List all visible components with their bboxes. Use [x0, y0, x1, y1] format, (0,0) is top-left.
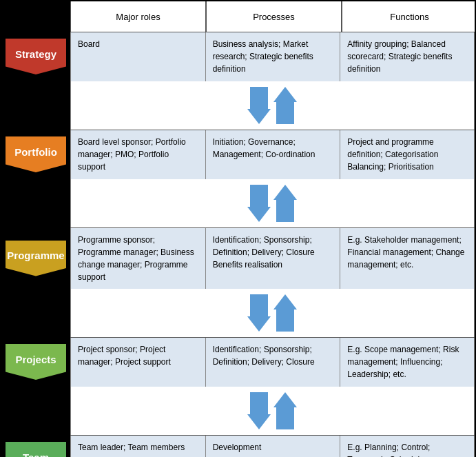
header-columns: Major roles Processes Functions	[70, 1, 476, 32]
connector-right	[70, 387, 475, 435]
connector-cell-1	[70, 289, 205, 337]
svg-marker-7	[273, 392, 297, 429]
level-strategy-col2: Business analysis; Market research; Stra…	[205, 32, 340, 81]
connector-cell-3	[340, 179, 475, 227]
level-strategy-col3: Affinity grouping; Balanced scorecard; S…	[340, 32, 475, 81]
level-label-portfolio: Portfolio	[1, 130, 70, 179]
svg-marker-4	[247, 294, 271, 332]
level-data-team: Team leader; Team membersDevelopmentE.g.…	[70, 435, 475, 457]
level-programme-col1: Programme sponsor; Programme manager; Bu…	[70, 228, 205, 289]
arrow-up-icon	[273, 185, 297, 222]
svg-marker-0	[247, 87, 271, 124]
connector-left-spacer	[1, 387, 70, 435]
level-row-portfolio: PortfolioBoard level sponsor; Portfolio …	[1, 130, 475, 179]
connector-left-spacer	[1, 179, 70, 227]
header-processes: Processes	[206, 1, 342, 32]
level-arrow-portfolio: Portfolio	[6, 136, 66, 172]
connector-cell-1	[70, 387, 205, 435]
header-functions: Functions	[342, 1, 476, 32]
header-spacer	[1, 1, 70, 32]
connector-cell-3	[340, 81, 475, 130]
level-row-strategy: StrategyBoardBusiness analysis; Market r…	[1, 32, 475, 81]
level-strategy-col1: Board	[70, 32, 205, 81]
level-data-strategy: BoardBusiness analysis; Market research;…	[70, 32, 475, 81]
connector-arrows	[205, 81, 340, 130]
connector-right	[70, 81, 475, 130]
header-row: Major roles Processes Functions	[1, 1, 476, 32]
svg-marker-3	[273, 185, 297, 222]
level-label-projects: Projects	[1, 337, 70, 387]
arrow-down-icon	[247, 185, 271, 222]
arrow-down-icon	[247, 87, 271, 124]
level-arrow-team: Team	[6, 442, 66, 457]
svg-marker-5	[273, 294, 297, 332]
level-projects-col3: E.g. Scope management; Risk management; …	[340, 338, 475, 387]
level-data-portfolio: Board level sponsor; Portfolio manager; …	[70, 130, 475, 179]
connector-cell-1	[70, 81, 205, 130]
svg-marker-1	[273, 87, 297, 124]
level-label-team: Team	[1, 435, 70, 457]
connector-right	[70, 179, 475, 227]
level-portfolio-col1: Board level sponsor; Portfolio manager; …	[70, 130, 205, 179]
connector-cell-1	[70, 179, 205, 227]
level-label-strategy: Strategy	[1, 32, 70, 81]
connector-cell-3	[340, 289, 475, 337]
level-data-projects: Project sponsor; Project manager; Projec…	[70, 337, 475, 387]
connector-arrows	[205, 387, 340, 435]
level-data-programme: Programme sponsor; Programme manager; Bu…	[70, 227, 475, 289]
arrow-up-icon	[273, 294, 297, 332]
level-portfolio-col2: Initiation; Governance; Management; Co-o…	[205, 130, 340, 179]
connector-cell-3	[340, 387, 475, 435]
level-row-team: TeamTeam leader; Team membersDevelopment…	[1, 435, 475, 457]
level-team-col2: Development	[205, 436, 340, 457]
connector-arrows	[205, 179, 340, 227]
connector-arrows	[205, 289, 340, 337]
level-portfolio-col3: Project and programme definition; Catego…	[340, 130, 475, 179]
level-row-programme: ProgrammeProgramme sponsor; Programme ma…	[1, 227, 475, 289]
arrow-up-icon	[273, 392, 297, 429]
level-arrow-programme: Programme	[6, 241, 66, 276]
level-label-programme: Programme	[1, 227, 70, 289]
level-row-projects: ProjectsProject sponsor; Project manager…	[1, 337, 475, 387]
arrow-up-icon	[273, 87, 297, 124]
connector-left-spacer	[1, 81, 70, 130]
connector-strategy	[1, 81, 475, 130]
level-programme-col3: E.g. Stakeholder management; Financial m…	[340, 228, 475, 289]
header-major-roles: Major roles	[70, 1, 206, 32]
connector-right	[70, 289, 475, 337]
connector-portfolio	[1, 179, 475, 227]
connector-projects	[1, 387, 475, 435]
svg-marker-6	[247, 392, 271, 429]
svg-marker-2	[247, 185, 271, 222]
level-projects-col2: Identification; Sponsorship; Definition;…	[205, 338, 340, 387]
arrow-down-icon	[247, 294, 271, 332]
level-programme-col2: Identification; Sponsorship; Definition;…	[205, 228, 340, 289]
level-team-col1: Team leader; Team members	[70, 436, 205, 457]
connector-programme	[1, 289, 475, 337]
level-team-col3: E.g. Planning; Control; Teamwork; Schedu…	[340, 436, 475, 457]
level-arrow-strategy: Strategy	[6, 39, 66, 74]
level-projects-col1: Project sponsor; Project manager; Projec…	[70, 338, 205, 387]
connector-left-spacer	[1, 289, 70, 337]
arrow-down-icon	[247, 392, 271, 429]
level-arrow-projects: Projects	[6, 344, 66, 380]
